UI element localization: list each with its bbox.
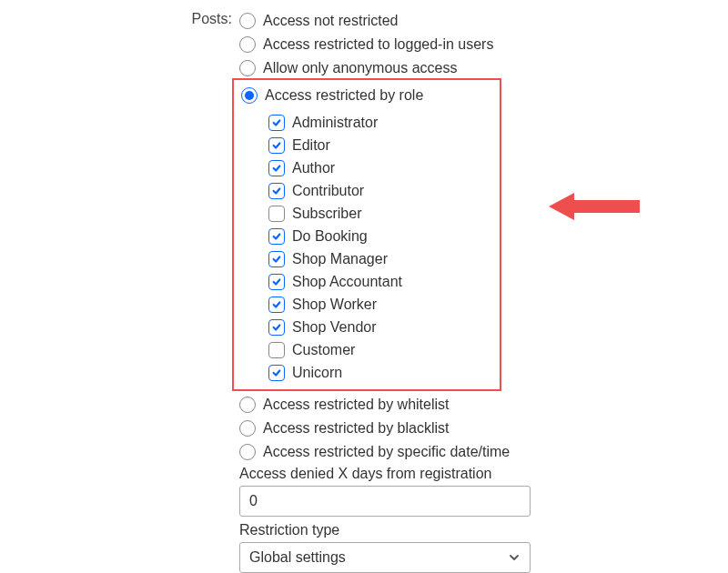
role-shop-accountant[interactable]: Shop Accountant [268, 270, 492, 293]
options-column: Access not restricted Access restricted … [239, 9, 713, 573]
radio-icon [239, 36, 256, 53]
denied-days-input[interactable] [239, 486, 531, 517]
checkbox-icon [268, 228, 285, 245]
role-label: Do Booking [292, 228, 368, 245]
check-icon [272, 186, 281, 196]
arrow-head-icon [549, 193, 574, 220]
radio-whitelist[interactable]: Access restricted by whitelist [239, 393, 713, 417]
role-subscriber[interactable]: Subscriber [268, 202, 492, 225]
radio-specific-datetime[interactable]: Access restricted by specific date/time [239, 440, 713, 464]
radio-label: Access restricted by role [265, 84, 423, 107]
role-shop-manager[interactable]: Shop Manager [268, 247, 492, 270]
checkbox-icon [268, 251, 285, 267]
radio-label: Access restricted by whitelist [263, 393, 450, 417]
checkbox-icon [268, 160, 285, 176]
arrow-body-icon [574, 200, 640, 213]
select-value: Global settings [249, 549, 346, 566]
role-shop-vendor[interactable]: Shop Vendor [268, 316, 492, 338]
radio-icon [239, 13, 256, 29]
check-icon [272, 141, 281, 150]
posts-access-row: Posts: Access not restricted Access rest… [0, 0, 728, 573]
role-unicorn[interactable]: Unicorn [268, 361, 492, 384]
radio-icon-selected [241, 87, 258, 104]
radio-icon [239, 397, 256, 413]
radio-access-not-restricted[interactable]: Access not restricted [239, 9, 713, 33]
radio-label: Access restricted by blacklist [263, 417, 450, 440]
roles-highlight-box: Access restricted by role Administrator … [232, 78, 501, 391]
check-icon [272, 323, 281, 332]
role-administrator[interactable]: Administrator [268, 111, 492, 134]
role-label: Shop Vendor [292, 319, 377, 336]
checkbox-icon [268, 115, 285, 131]
radio-icon [239, 60, 256, 76]
check-icon [272, 255, 281, 264]
checkbox-icon [268, 319, 285, 336]
radio-dot-icon [245, 91, 254, 100]
role-label: Customer [292, 342, 355, 358]
radio-icon [239, 444, 256, 460]
role-label: Author [292, 160, 335, 176]
check-icon [272, 118, 281, 127]
check-icon [272, 232, 281, 241]
row-label-posts: Posts: [0, 9, 239, 27]
check-icon [272, 164, 281, 173]
restriction-type-select[interactable]: Global settings [239, 542, 531, 573]
check-icon [272, 300, 281, 309]
role-label: Administrator [292, 115, 378, 131]
checkbox-icon [268, 206, 285, 222]
roles-list: Administrator Editor Author Contributor … [241, 111, 492, 384]
check-icon [272, 368, 281, 377]
restriction-type-label: Restriction type [239, 522, 713, 538]
radio-label: Access not restricted [263, 9, 399, 33]
checkbox-icon [268, 183, 285, 199]
role-label: Contributor [292, 183, 364, 199]
role-label: Unicorn [292, 365, 342, 381]
role-label: Shop Accountant [292, 274, 402, 290]
chevron-down-icon [508, 551, 521, 564]
role-editor[interactable]: Editor [268, 134, 492, 156]
checkbox-icon [268, 137, 285, 154]
radio-label: Access restricted by specific date/time [263, 440, 510, 464]
check-icon [272, 277, 281, 286]
radio-anonymous-only[interactable]: Allow only anonymous access [239, 56, 713, 80]
role-label: Subscriber [292, 206, 361, 222]
role-author[interactable]: Author [268, 156, 492, 179]
radio-icon [239, 420, 256, 437]
highlight-arrow-icon [549, 193, 640, 220]
role-label: Shop Manager [292, 251, 388, 267]
role-label: Editor [292, 137, 330, 154]
role-customer[interactable]: Customer [268, 338, 492, 361]
checkbox-icon [268, 274, 285, 290]
role-label: Shop Worker [292, 297, 377, 313]
radio-blacklist[interactable]: Access restricted by blacklist [239, 417, 713, 440]
checkbox-icon [268, 365, 285, 381]
radio-restricted-by-role[interactable]: Access restricted by role [241, 84, 492, 107]
role-do-booking[interactable]: Do Booking [268, 225, 492, 247]
radio-label: Access restricted to logged-in users [263, 33, 493, 56]
checkbox-icon [268, 297, 285, 313]
role-shop-worker[interactable]: Shop Worker [268, 293, 492, 316]
radio-access-logged-in[interactable]: Access restricted to logged-in users [239, 33, 713, 56]
denied-days-label: Access denied X days from registration [239, 466, 713, 482]
checkbox-icon [268, 342, 285, 358]
radio-label: Allow only anonymous access [263, 56, 457, 80]
role-contributor[interactable]: Contributor [268, 179, 492, 202]
